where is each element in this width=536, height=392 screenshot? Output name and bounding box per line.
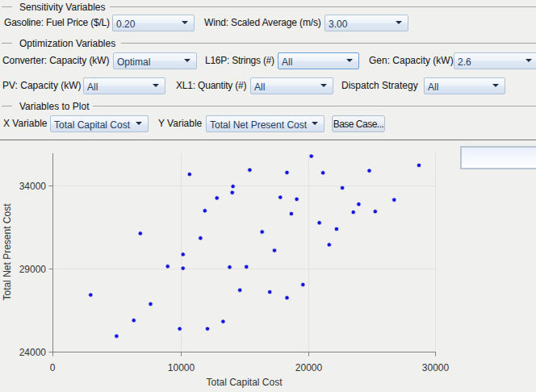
svg-text:Total Net Present Cost: Total Net Present Cost — [2, 203, 13, 301]
svg-text:34000: 34000 — [19, 181, 47, 192]
svg-text:30000: 30000 — [422, 362, 450, 373]
svg-text:29000: 29000 — [19, 264, 47, 275]
svg-text:Total Capital Cost: Total Capital Cost — [206, 377, 283, 388]
svg-text:20000: 20000 — [295, 362, 323, 373]
svg-text:10000: 10000 — [168, 362, 195, 373]
svg-text:0: 0 — [50, 362, 56, 373]
svg-text:24000: 24000 — [19, 347, 47, 358]
